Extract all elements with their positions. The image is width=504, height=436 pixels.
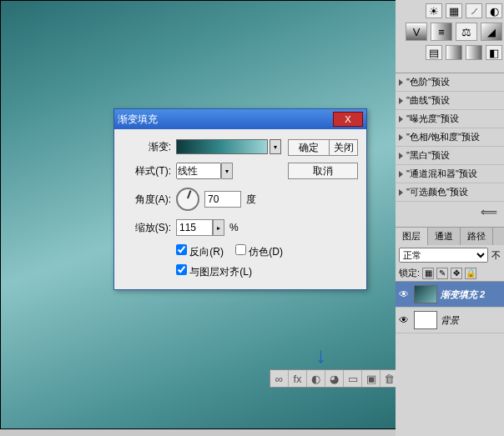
lock-move-icon[interactable]: ✥ bbox=[451, 268, 462, 279]
posterize-icon[interactable]: ▤ bbox=[426, 45, 442, 60]
layers-panel: 图层 通道 路径 正常 不 锁定: ▦ ✎ ✥ 🔒 👁 渐变填充 2 👁 背景 bbox=[396, 227, 504, 333]
align-checkbox-wrap[interactable]: 与图层对齐(L) bbox=[176, 264, 252, 279]
fx-icon[interactable]: fx bbox=[289, 370, 307, 387]
mask-icon[interactable]: ◐ bbox=[307, 370, 325, 387]
preset-list: "色阶"预设 "曲线"预设 "曝光度"预设 "色相/饱和度"预设 "黑白"预设 … bbox=[396, 73, 504, 202]
dialog-titlebar[interactable]: 渐变填充 X bbox=[114, 109, 366, 129]
chevron-right-icon bbox=[399, 116, 403, 123]
preset-label: "曝光度"预设 bbox=[406, 113, 459, 125]
chevron-right-icon bbox=[399, 134, 403, 141]
reverse-checkbox[interactable] bbox=[176, 244, 187, 255]
new-layer-icon[interactable]: ▣ bbox=[362, 370, 381, 387]
chevron-right-icon bbox=[399, 153, 403, 159]
layer-item[interactable]: 👁 背景 bbox=[396, 308, 504, 333]
visibility-icon[interactable]: 👁 bbox=[397, 314, 411, 326]
angle-label: 角度(A): bbox=[123, 193, 171, 207]
chevron-right-icon bbox=[399, 79, 403, 86]
chevron-right-icon bbox=[399, 98, 403, 104]
preset-label: "曲线"预设 bbox=[406, 94, 450, 107]
dialog-title: 渐变填充 bbox=[118, 113, 333, 127]
layer-thumb[interactable] bbox=[414, 285, 437, 303]
reverse-checkbox-wrap[interactable]: 反向(R) bbox=[176, 244, 224, 259]
tab-layers[interactable]: 图层 bbox=[396, 228, 428, 245]
scale-input[interactable] bbox=[176, 219, 213, 236]
link-layers-icon[interactable]: ∞ bbox=[270, 370, 289, 387]
angle-input[interactable] bbox=[204, 191, 241, 208]
scale-unit: % bbox=[229, 222, 239, 233]
reverse-label: 反向(R) bbox=[189, 246, 224, 258]
balance-icon[interactable]: ⚖ bbox=[456, 23, 477, 41]
lock-paint-icon[interactable]: ✎ bbox=[436, 268, 448, 279]
preset-item[interactable]: "曝光度"预设 bbox=[396, 110, 504, 128]
preset-item[interactable]: "可选颜色"预设 bbox=[396, 183, 504, 202]
style-select[interactable] bbox=[176, 163, 221, 179]
preset-item[interactable]: "色相/饱和度"预设 bbox=[396, 128, 504, 147]
angle-knob[interactable] bbox=[176, 188, 199, 211]
align-checkbox[interactable] bbox=[176, 264, 187, 275]
chevron-right-icon bbox=[399, 171, 403, 178]
close-text-button[interactable]: 关闭 bbox=[330, 139, 358, 156]
tab-channels[interactable]: 通道 bbox=[428, 228, 461, 245]
align-label: 与图层对齐(L) bbox=[189, 266, 252, 278]
dither-checkbox-wrap[interactable]: 仿色(D) bbox=[235, 244, 283, 259]
preset-label: "色阶"预设 bbox=[406, 76, 450, 88]
threshold-icon[interactable] bbox=[446, 45, 462, 60]
close-button[interactable]: X bbox=[333, 112, 363, 127]
lock-all-icon[interactable]: 🔒 bbox=[465, 268, 476, 279]
opacity-label: 不 bbox=[491, 249, 501, 262]
gradient-dropdown-icon[interactable]: ▾ bbox=[270, 139, 281, 154]
gradient-fill-dialog: 渐变填充 X 渐变: ▾ 样式(T): ▾ 角度(A): 度 缩放(S): ▸ … bbox=[113, 108, 367, 290]
layer-item[interactable]: 👁 渐变填充 2 bbox=[396, 282, 504, 308]
right-panel: ☀ ▦ ⟋ ◐ V ≡ ⚖ ◢ ▤ ◧ "色阶"预设 "曲线"预设 "曝光度"预… bbox=[396, 0, 504, 436]
group-icon[interactable]: ▭ bbox=[344, 370, 362, 387]
preset-label: "黑白"预设 bbox=[406, 149, 450, 162]
chevron-right-icon bbox=[399, 189, 403, 196]
preset-item[interactable]: "黑白"预设 bbox=[396, 147, 504, 165]
dither-checkbox[interactable] bbox=[235, 244, 246, 255]
annotation-arrow: ↓ bbox=[315, 343, 326, 368]
lock-label: 锁定: bbox=[399, 267, 420, 279]
curves-icon[interactable]: ⟋ bbox=[466, 3, 482, 18]
grad-v-icon[interactable]: V bbox=[406, 23, 427, 41]
layer-name: 渐变填充 2 bbox=[441, 288, 485, 301]
selcolor-icon[interactable]: ◧ bbox=[486, 45, 502, 60]
preset-item[interactable]: "曲线"预设 bbox=[396, 92, 504, 110]
adjustment-icons: ☀ ▦ ⟋ ◐ V ≡ ⚖ ◢ ▤ ◧ bbox=[396, 0, 504, 68]
collapse-icon[interactable]: ⟸ bbox=[396, 202, 504, 222]
levels-icon[interactable]: ▦ bbox=[446, 3, 462, 18]
chevron-down-icon[interactable]: ▾ bbox=[221, 163, 233, 179]
ok-button[interactable]: 确定 bbox=[288, 139, 330, 156]
angle-unit: 度 bbox=[246, 193, 256, 207]
gradmap-icon[interactable] bbox=[466, 45, 482, 60]
preset-item[interactable]: "通道混和器"预设 bbox=[396, 165, 504, 183]
gradient-label: 渐变: bbox=[123, 140, 171, 154]
exposure-icon[interactable]: ◐ bbox=[486, 3, 502, 18]
adjustment-layer-icon[interactable]: ◕ bbox=[325, 370, 344, 387]
layer-thumb[interactable] bbox=[414, 311, 437, 329]
preset-item[interactable]: "色阶"预设 bbox=[396, 73, 504, 92]
lock-transparent-icon[interactable]: ▦ bbox=[422, 268, 434, 279]
panel-tabs: 图层 通道 路径 bbox=[396, 228, 504, 245]
style-label: 样式(T): bbox=[123, 164, 171, 178]
preset-label: "通道混和器"预设 bbox=[406, 168, 477, 180]
brightness-icon[interactable]: ☀ bbox=[426, 3, 442, 18]
tab-paths[interactable]: 路径 bbox=[461, 228, 493, 245]
grad-h-icon[interactable]: ≡ bbox=[431, 23, 452, 41]
layer-name: 背景 bbox=[441, 314, 459, 327]
gradient-preview[interactable] bbox=[176, 139, 268, 154]
scale-spinner-icon[interactable]: ▸ bbox=[213, 219, 224, 236]
visibility-icon[interactable]: 👁 bbox=[397, 288, 411, 300]
preset-label: "可选颜色"预设 bbox=[406, 186, 468, 198]
scale-label: 缩放(S): bbox=[123, 221, 171, 235]
preset-label: "色相/饱和度"预设 bbox=[406, 131, 480, 143]
dither-label: 仿色(D) bbox=[249, 246, 283, 258]
grad-d-icon[interactable]: ◢ bbox=[481, 23, 502, 41]
layer-footer-toolbar: ∞ fx ◐ ◕ ▭ ▣ 🗑 bbox=[270, 369, 399, 388]
blend-mode-select[interactable]: 正常 bbox=[399, 248, 488, 263]
cancel-button[interactable]: 取消 bbox=[288, 163, 358, 179]
